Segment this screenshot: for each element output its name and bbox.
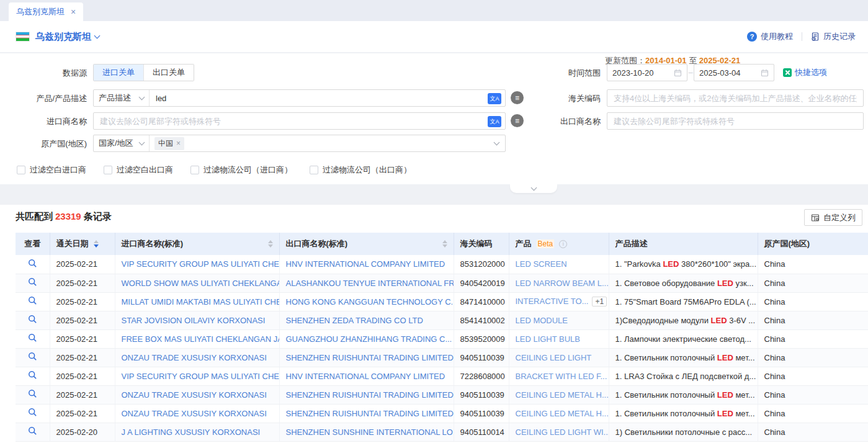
led-highlight: LED: [717, 353, 733, 362]
product-description: 1. Светильник потолочный LED мет...: [609, 348, 758, 367]
view-record-button[interactable]: [28, 389, 37, 398]
import-declarations-tab[interactable]: 进口关单: [94, 65, 143, 81]
origin-type-select[interactable]: 国家/地区: [94, 135, 150, 151]
view-record-button[interactable]: [28, 333, 37, 342]
tab-uzbekistan[interactable]: 乌兹别克斯坦 ×: [9, 2, 83, 21]
product-link[interactable]: LED LIGHT BULB: [516, 334, 581, 344]
exporter-link[interactable]: GUANGZHOU ZHANZHIHANG TRADING C...: [286, 334, 452, 344]
product-extra-badge[interactable]: +1: [592, 297, 607, 307]
checkbox-icon[interactable]: [190, 166, 199, 174]
hs-code-label: 海关编码: [524, 93, 601, 104]
checkbox-icon[interactable]: [104, 166, 112, 174]
history-button[interactable]: 历史记录: [811, 31, 856, 42]
filter-panel: 更新范围：2014-01-01 至 2025-02-21 数据源 进口关单 出口…: [0, 53, 868, 184]
chevron-down-icon[interactable]: [94, 33, 101, 39]
importer-link[interactable]: STAR JOVISION OILAVIY KORXONASI: [122, 316, 266, 325]
exporter-link[interactable]: SHENZHEN SUNSHINE INTERNATIONAL LO...: [286, 427, 454, 437]
view-record-button[interactable]: [28, 315, 37, 324]
checkbox-filter-logistics-exporter[interactable]: 过滤物流公司（出口商）: [310, 164, 411, 176]
product-link[interactable]: LED MODULE: [516, 316, 568, 325]
match-mode-icon[interactable]: ≡: [511, 91, 524, 104]
checkbox-icon[interactable]: [17, 166, 25, 174]
export-declarations-tab[interactable]: 出口关单: [143, 65, 194, 81]
calendar-icon: [674, 69, 682, 77]
exporter-link[interactable]: SHENZHEN RUISHUNTAI TRADING LIMITED: [286, 353, 454, 362]
clearance-date: 2025-02-21: [50, 274, 115, 292]
importer-link[interactable]: WORLD SHOW MAS ULIYATI CHEKLANGAN...: [122, 279, 280, 288]
translate-icon[interactable]: 文A: [488, 116, 501, 127]
view-record-button[interactable]: [28, 259, 37, 268]
sort-icon[interactable]: [94, 240, 99, 248]
exporter-link[interactable]: SHENZHEN ZEDA TRADING CO LTD: [286, 316, 423, 325]
collapse-filters-button[interactable]: [510, 184, 557, 193]
end-date-input[interactable]: 2025-03-04: [694, 64, 774, 81]
clearance-date: 2025-02-21: [50, 348, 115, 367]
close-icon[interactable]: ×: [176, 140, 181, 147]
product-link[interactable]: CEILING LED LIGHT WI...: [516, 427, 609, 437]
importer-input[interactable]: [94, 113, 505, 129]
product-link[interactable]: CEILING LED LIGHT: [516, 353, 592, 362]
importer-link[interactable]: VIP SECURITY GROUP MAS ULIYATI CHEKLA...: [122, 372, 280, 381]
checkbox-filter-blank-importer[interactable]: 过滤空白进口商: [17, 164, 86, 176]
col-exporter[interactable]: 出口商名称(标准): [279, 233, 454, 255]
product-search-input[interactable]: [150, 90, 505, 106]
view-record-button[interactable]: [28, 277, 37, 287]
product-link[interactable]: BRACKET WITH LED F...: [516, 372, 607, 381]
product-link[interactable]: CEILING LED METAL H...: [516, 409, 609, 418]
checkbox-filter-logistics-importer[interactable]: 过滤物流公司（进口商）: [190, 164, 292, 176]
quick-options-button[interactable]: 快捷选项: [783, 67, 827, 78]
translate-icon[interactable]: 文A: [488, 93, 501, 104]
hs-code-value: 9405110039: [454, 385, 509, 404]
exporter-input[interactable]: [607, 113, 863, 129]
customize-columns-button[interactable]: 自定义列: [804, 209, 862, 226]
exporter-link[interactable]: ALASHANKOU TENYUE INTERNATIONAL FR...: [286, 279, 454, 288]
col-clearance-date[interactable]: 通关日期: [50, 233, 115, 255]
checkbox-icon[interactable]: [310, 166, 318, 174]
close-icon[interactable]: ×: [71, 7, 76, 16]
quick-options-icon: [783, 68, 792, 77]
col-importer[interactable]: 进口商名称(标准): [115, 233, 279, 255]
importer-link[interactable]: FREE BOX MAS ULIYATI CHEKLANGAN JAMI...: [122, 334, 280, 344]
view-record-button[interactable]: [28, 408, 37, 417]
customize-columns-icon: [811, 213, 820, 222]
importer-link[interactable]: J A LIGHTING XUSUSIY KORXONASI: [122, 427, 261, 437]
chevron-down-icon[interactable]: [494, 140, 500, 146]
exporter-link[interactable]: HNV INTERNATIONAL COMPANY LIMITED: [286, 259, 445, 269]
view-record-button[interactable]: [28, 370, 37, 380]
origin-country: China: [758, 404, 868, 423]
product-link[interactable]: INTERACTIVE TO...: [516, 297, 589, 306]
importer-link[interactable]: ONZAU TRADE XUSUSIY KORXONASI: [122, 353, 267, 362]
product-link[interactable]: LED SCREEN: [516, 259, 567, 269]
table-row: 2025-02-21 VIP SECURITY GROUP MAS ULIYAT…: [16, 367, 868, 385]
table-row: 2025-02-21 WORLD SHOW MAS ULIYATI CHEKLA…: [16, 274, 868, 292]
info-icon[interactable]: i: [559, 240, 567, 248]
match-mode-icon[interactable]: ≡: [511, 114, 524, 127]
start-date-input[interactable]: 2023-10-20: [607, 64, 687, 81]
product-type-select[interactable]: 产品描述: [94, 90, 150, 106]
table-row: 2025-02-21 ONZAU TRADE XUSUSIY KORXONASI…: [16, 404, 868, 423]
checkbox-filter-blank-exporter[interactable]: 过滤空白出口商: [104, 164, 173, 176]
sort-icon[interactable]: [442, 240, 447, 248]
view-record-button[interactable]: [28, 426, 37, 436]
importer-link[interactable]: MILLAT UMIDI MAKTABI MAS ULIYATI CHEK...: [122, 297, 280, 307]
importer-link[interactable]: ONZAU TRADE XUSUSIY KORXONASI: [122, 409, 267, 418]
exporter-link[interactable]: SHENZHEN RUISHUNTAI TRADING LIMITED: [286, 390, 454, 400]
country-selector-label[interactable]: 乌兹别克斯坦: [35, 31, 91, 43]
exporter-link[interactable]: HONG KONG KANGGUAN TECHNOLOGY C...: [286, 297, 454, 307]
origin-tag-china[interactable]: 中国 ×: [154, 137, 184, 150]
exporter-link[interactable]: SHENZHEN RUISHUNTAI TRADING LIMITED: [286, 409, 454, 418]
product-link[interactable]: CEILING LED METAL H...: [516, 390, 609, 400]
clearance-date: 2025-02-21: [50, 404, 115, 423]
importer-link[interactable]: ONZAU TRADE XUSUSIY KORXONASI: [122, 390, 267, 400]
results-summary: 共匹配到23319条记录: [16, 211, 112, 223]
view-record-button[interactable]: [28, 296, 37, 305]
uzbekistan-flag-icon: [16, 32, 30, 42]
tutorial-button[interactable]: ? 使用教程: [747, 31, 793, 42]
importer-link[interactable]: VIP SECURITY GROUP MAS ULIYATI CHEKLA...: [122, 259, 280, 269]
sort-icon[interactable]: [268, 240, 273, 248]
exporter-link[interactable]: HNV INTERNATIONAL COMPANY LIMITED: [286, 372, 445, 381]
product-link[interactable]: LED NARROW BEAM L...: [516, 279, 609, 288]
view-record-button[interactable]: [28, 352, 37, 361]
hs-code-input[interactable]: [607, 90, 863, 106]
clearance-date: 2025-02-21: [50, 329, 115, 348]
